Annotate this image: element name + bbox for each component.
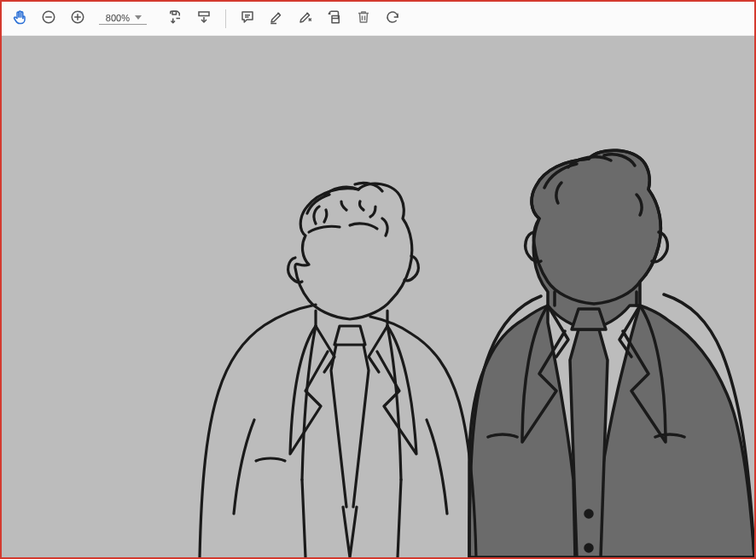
zoom-dropdown[interactable]: 800% [99,13,147,25]
erase-icon [298,9,313,28]
save-button[interactable] [162,6,188,32]
zoom-out-icon [41,9,56,28]
trash-icon [356,9,371,28]
zoom-in-button[interactable] [65,6,90,32]
insert-icon [196,9,212,28]
canvas[interactable] [2,36,754,557]
svg-point-16 [585,510,592,517]
svg-point-17 [585,544,592,551]
highlight-button[interactable] [264,6,289,32]
hand-tool-button[interactable] [7,6,32,32]
svg-rect-5 [172,11,177,15]
zoom-in-icon [70,9,85,28]
rotate-icon [385,9,400,28]
delete-button[interactable] [351,6,376,32]
toolbar: 800% [2,2,754,36]
comment-icon [240,9,255,28]
highlight-icon [269,9,284,28]
crop-icon [327,9,342,28]
zoom-value: 800% [104,13,130,23]
save-icon [167,9,183,28]
app-frame: 800% [0,0,756,559]
erase-button[interactable] [293,6,318,32]
insert-button[interactable] [191,6,217,32]
zoom-out-button[interactable] [36,6,61,32]
comment-button[interactable] [235,6,260,32]
chevron-down-icon [135,15,142,20]
canvas-drawing [2,36,754,557]
crop-button[interactable] [322,6,347,32]
hand-icon [12,9,27,28]
svg-rect-7 [199,12,209,16]
rotate-button[interactable] [380,6,405,32]
separator [225,9,226,28]
